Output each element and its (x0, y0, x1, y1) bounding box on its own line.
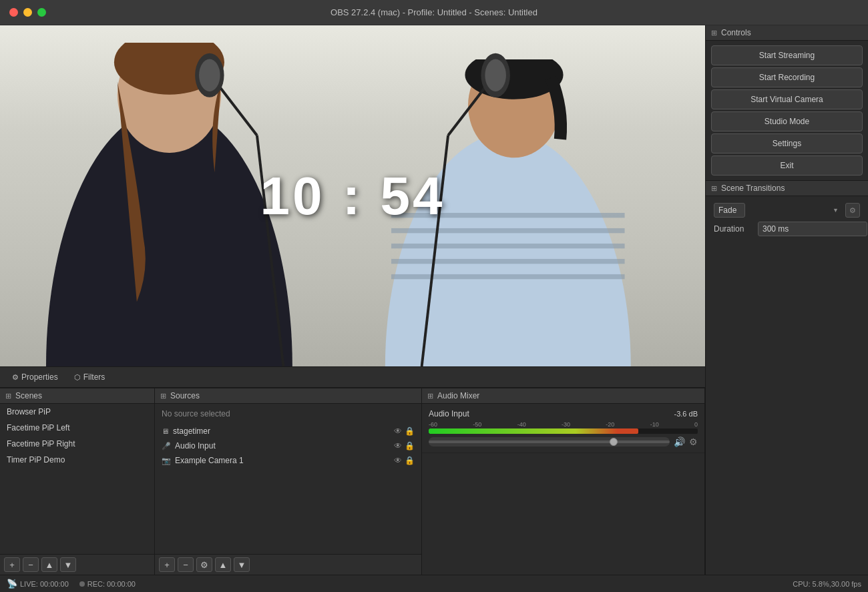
minimize-button[interactable] (23, 8, 32, 17)
duration-input[interactable] (758, 222, 867, 236)
scene-item-timer-demo[interactable]: Timer PiP Demo (0, 452, 154, 468)
eye-icon-camera[interactable]: 👁 (394, 456, 402, 465)
scenes-actions: + − ▲ ▼ (0, 554, 154, 575)
start-virtual-camera-button[interactable]: Start Virtual Camera (711, 89, 863, 109)
audio-meter: -60 -50 -40 -30 -20 -10 0 (429, 421, 698, 434)
studio-mode-button[interactable]: Studio Mode (711, 111, 863, 131)
sources-list[interactable]: 🖥 stagetimer 👁 🔒 🎤 Audio Input 👁 🔒 (155, 424, 421, 554)
rec-dot (79, 581, 85, 587)
audio-channel-name: Audio Input (429, 409, 469, 418)
add-source-button[interactable]: + (159, 557, 175, 572)
source-settings-button[interactable]: ⚙ (196, 557, 212, 572)
audio-header: ⊞ Audio Mixer (422, 388, 704, 404)
lock-icon-audio[interactable]: 🔒 (405, 441, 415, 451)
transitions-icon: ⊞ (711, 184, 717, 193)
remove-source-button[interactable]: − (178, 557, 194, 572)
chevron-down-icon: ▼ (833, 207, 839, 214)
window-title: OBS 27.2.4 (mac) - Profile: Untitled - S… (331, 7, 537, 17)
filters-tab[interactable]: ⬡ Filters (67, 370, 112, 384)
remove-scene-button[interactable]: − (23, 557, 39, 572)
cpu-status: CPU: 5.8%,30.00 fps (793, 580, 861, 588)
live-status: 📡 LIVE: 00:00:00 (7, 579, 69, 589)
sources-panel: ⊞ Sources No source selected 🖥 stagetime… (155, 388, 422, 575)
move-scene-down-button[interactable]: ▼ (60, 557, 76, 572)
svg-line-16 (448, 84, 487, 135)
scenes-panel: ⊞ Scenes Browser PiP Facetime PiP Left F… (0, 388, 155, 575)
transition-type-row: Fade Cut Swipe ▼ ⚙ (714, 203, 860, 218)
timer-display: 10 : 54 (260, 166, 445, 227)
audio-volume-slider[interactable] (429, 437, 670, 447)
titlebar: OBS 27.2.4 (mac) - Profile: Untitled - S… (0, 0, 868, 25)
no-source-label: No source selected (155, 404, 421, 424)
scene-item-facetime-left[interactable]: Facetime PiP Left (0, 420, 154, 436)
source-controls-camera: 👁 🔒 (394, 456, 415, 465)
add-scene-button[interactable]: + (4, 557, 20, 572)
browser-source-icon: 🖥 (162, 427, 169, 435)
camera-source-icon: 📷 (162, 457, 171, 465)
scene-item-facetime-right[interactable]: Facetime PiP Right (0, 436, 154, 452)
gear-icon-small: ⚙ (849, 206, 856, 215)
gear-icon: ⚙ (12, 373, 19, 382)
scenes-icon: ⊞ (5, 392, 11, 400)
maximize-button[interactable] (37, 8, 46, 17)
move-source-down-button[interactable]: ▼ (234, 557, 250, 572)
audio-db-value: -3.6 dB (674, 410, 698, 418)
main-layout: 10 : 54 ⚙ Properties ⬡ Filters ⊞ Scenes (0, 25, 868, 575)
audio-source-icon: 🎤 (162, 442, 171, 451)
center-content: 10 : 54 ⚙ Properties ⬡ Filters ⊞ Scenes (0, 25, 705, 575)
preview-canvas: 10 : 54 (0, 25, 705, 366)
lock-icon[interactable]: 🔒 (405, 426, 415, 436)
scene-item-browser-pip[interactable]: Browser PiP (0, 404, 154, 420)
exit-button[interactable]: Exit (711, 156, 863, 176)
eye-icon[interactable]: 👁 (394, 426, 402, 436)
start-streaming-button[interactable]: Start Streaming (711, 45, 863, 65)
properties-tab[interactable]: ⚙ Properties (5, 370, 65, 384)
transition-type-select[interactable]: Fade Cut Swipe (714, 203, 745, 218)
scenes-header: ⊞ Scenes (0, 388, 154, 404)
transition-settings-button[interactable]: ⚙ (845, 203, 860, 218)
rec-status: REC: 00:00:00 (79, 580, 136, 588)
sources-header: ⊞ Sources (155, 388, 421, 404)
scenes-list[interactable]: Browser PiP Facetime PiP Left Facetime P… (0, 404, 154, 554)
audio-channel-input: Audio Input -3.6 dB -60 -50 -40 -30 -20 … (422, 404, 704, 453)
window-controls[interactable] (9, 8, 46, 17)
lock-icon-camera[interactable]: 🔒 (405, 456, 415, 465)
scene-view: 10 : 54 (0, 25, 705, 366)
settings-button[interactable]: Settings (711, 133, 863, 154)
start-recording-button[interactable]: Start Recording (711, 67, 863, 87)
controls-panel: ⊞ Controls Start Streaming Start Recordi… (705, 25, 868, 575)
source-item-camera[interactable]: 📷 Example Camera 1 👁 🔒 (155, 453, 421, 468)
svg-point-14 (199, 59, 220, 91)
eye-icon-audio[interactable]: 👁 (394, 441, 402, 451)
controls-header: ⊞ Controls (706, 25, 868, 41)
svg-point-18 (485, 59, 506, 91)
move-source-up-button[interactable]: ▲ (215, 557, 231, 572)
audio-meter-bar (429, 428, 698, 434)
controls-buttons: Start Streaming Start Recording Start Vi… (706, 41, 868, 180)
live-icon: 📡 (7, 579, 17, 589)
transitions-section: Fade Cut Swipe ▼ ⚙ Duration ▲ ▼ (706, 196, 868, 575)
audio-icon: ⊞ (427, 392, 433, 400)
audio-mute-icon[interactable]: 🔊 (674, 436, 685, 447)
close-button[interactable] (9, 8, 18, 17)
source-item-stagetimer[interactable]: 🖥 stagetimer 👁 🔒 (155, 424, 421, 438)
source-controls-audio: 👁 🔒 (394, 441, 415, 451)
audio-slider-thumb (610, 438, 618, 446)
bottom-panels: ⊞ Scenes Browser PiP Facetime PiP Left F… (0, 388, 705, 575)
audio-panel: ⊞ Audio Mixer Audio Input -3.6 dB -60 -5… (422, 388, 705, 575)
source-item-audio-input[interactable]: 🎤 Audio Input 👁 🔒 (155, 438, 421, 453)
move-scene-up-button[interactable]: ▲ (41, 557, 57, 572)
sources-actions: + − ⚙ ▲ ▼ (155, 554, 421, 575)
audio-meter-fill (429, 428, 638, 434)
svg-line-12 (218, 84, 257, 135)
source-controls-stagetimer: 👁 🔒 (394, 426, 415, 436)
statusbar: 📡 LIVE: 00:00:00 REC: 00:00:00 CPU: 5.8%… (0, 575, 868, 592)
sources-icon: ⊞ (160, 392, 166, 400)
audio-slider-row[interactable]: 🔊 ⚙ (429, 436, 698, 447)
transition-duration-row: Duration ▲ ▼ (714, 222, 860, 236)
preview-toolbar: ⚙ Properties ⬡ Filters (0, 366, 705, 388)
transitions-header: ⊞ Scene Transitions (706, 180, 868, 196)
controls-icon: ⊞ (711, 29, 717, 37)
duration-label: Duration (714, 224, 754, 234)
audio-settings-icon[interactable]: ⚙ (689, 436, 698, 447)
